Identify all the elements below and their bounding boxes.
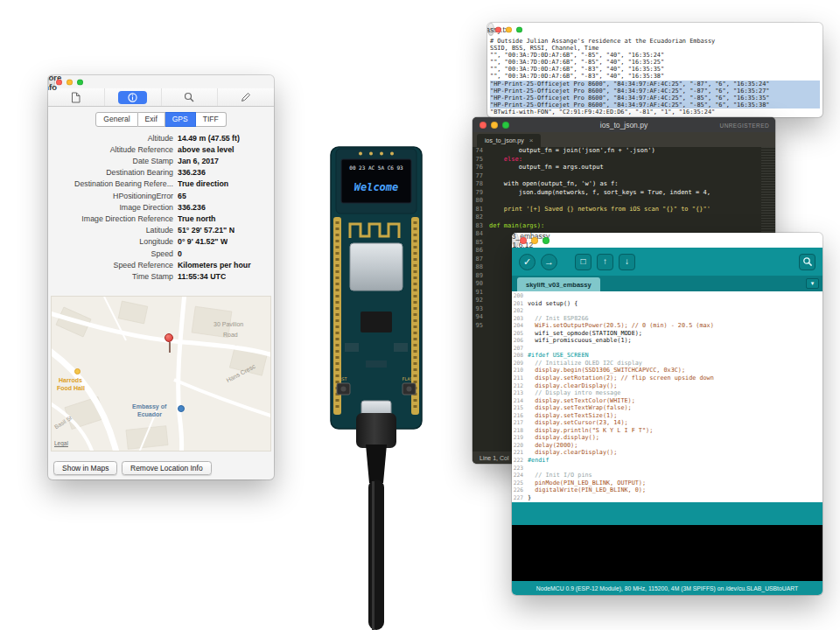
- poi-label-harrods: Food Hall: [57, 385, 85, 392]
- pencil-icon: [241, 92, 251, 102]
- active-tool-highlight: [118, 91, 147, 104]
- oled-mac-text: 00 23 AC 5A C6 93: [349, 164, 403, 171]
- zoom-button[interactable]: [516, 26, 522, 32]
- text-line: "", "00:3A:7D:0D:A7:6B", "-83", "40", "1…: [490, 73, 820, 80]
- rst-label: RST: [339, 376, 346, 382]
- poi-dot-harrods: [74, 368, 80, 374]
- arrow-down-icon: ↓: [625, 257, 629, 266]
- minimize-button[interactable]: [531, 237, 538, 244]
- line-number: 227: [512, 494, 528, 502]
- line-number: 222: [512, 457, 528, 465]
- line-number: 75: [472, 156, 489, 164]
- line-number: 88: [472, 263, 489, 272]
- poi-dot-embassy: [178, 405, 185, 412]
- annotations-pane-button[interactable]: [218, 88, 274, 106]
- field-value: 14.49 m (47.55 ft): [178, 133, 240, 144]
- remove-location-info-button[interactable]: Remove Location Info: [122, 461, 212, 475]
- line-number: 82: [472, 214, 489, 222]
- code-line: 80: [472, 197, 775, 206]
- tab-tiff[interactable]: TIFF: [196, 112, 227, 127]
- titlebar[interactable]: skylift_v03_embassy | Arduino 1.6.12: [512, 233, 519, 248]
- tab-gps[interactable]: GPS: [165, 112, 196, 127]
- file-content[interactable]: # Outside Julian Assange's residence at …: [487, 36, 822, 117]
- line-number: 205: [512, 330, 528, 338]
- code-line: 220 delay(2000);: [512, 442, 822, 450]
- line-number: 94: [472, 313, 489, 322]
- serial-monitor-button[interactable]: [799, 254, 816, 270]
- window-controls: [495, 26, 522, 32]
- line-number: 212: [512, 382, 528, 390]
- titlebar[interactable]: ios_to_json.py UNREGISTERED: [472, 117, 775, 132]
- save-sketch-button[interactable]: ↓: [619, 254, 635, 270]
- line-number: 203: [512, 315, 528, 323]
- text-line: "", "00:3A:7D:0D:A7:6B", "-85", "40", "1…: [490, 59, 820, 66]
- titlebar[interactable]: More Info: [48, 75, 55, 88]
- verify-button[interactable]: ✓: [519, 254, 536, 270]
- close-button[interactable]: [495, 26, 501, 32]
- line-number: 219: [512, 434, 528, 442]
- code-editor[interactable]: 200 201void setup() { 202 203 // Init ES…: [512, 291, 822, 502]
- show-in-maps-button[interactable]: Show in Maps: [53, 461, 117, 475]
- keywords-pane-button[interactable]: [162, 88, 219, 106]
- close-tab-icon[interactable]: ×: [529, 136, 534, 144]
- line-number: 79: [472, 189, 489, 198]
- metadata-row: Latitude 51° 29' 57.21" N: [48, 225, 274, 236]
- close-button[interactable]: [480, 122, 486, 129]
- minimize-button[interactable]: [491, 122, 498, 129]
- line-number: 225: [512, 480, 528, 487]
- chevron-down-icon: ▾: [811, 280, 815, 287]
- code-line: 222#endif: [512, 457, 822, 465]
- field-value: Kilometers per hour: [178, 260, 251, 271]
- minimize-button[interactable]: [66, 79, 73, 85]
- metadata-row: Image Direction Reference True north: [48, 214, 274, 225]
- close-button[interactable]: [520, 237, 527, 244]
- tab-ios-to-json[interactable]: ios_to_json.py ×: [477, 134, 541, 147]
- metadata-row: Time Stamp 11:55:34 UTC: [48, 271, 274, 283]
- tab-skylift-v03-embassy[interactable]: skylift_v03_embassy: [517, 277, 600, 291]
- field-label: HPositioningError: [48, 191, 178, 202]
- field-value: above sea level: [178, 144, 234, 156]
- tab-exif[interactable]: Exif: [138, 112, 165, 127]
- code-line: 207: [512, 345, 822, 353]
- upload-button[interactable]: →: [541, 254, 557, 270]
- street-label: 30 Pavilion: [214, 321, 243, 328]
- zoom-button[interactable]: [542, 237, 550, 244]
- field-value: 11:55:34 UTC: [178, 271, 226, 283]
- close-button[interactable]: [56, 79, 62, 85]
- line-number: 83: [472, 222, 489, 231]
- location-map[interactable]: 30 Pavilion Road Hans Cresc Harrods Food…: [51, 296, 271, 452]
- code-line: 211 display.setRotation(2); // flip scre…: [512, 374, 822, 382]
- minimize-button[interactable]: [506, 26, 512, 32]
- field-label: Date Stamp: [48, 156, 178, 167]
- nodemcu-board-photo: 00 23 AC 5A C6 93 Welcome RST FLASH: [315, 140, 438, 630]
- field-label: Speed Reference: [48, 260, 178, 271]
- code-line: 75 else:: [472, 156, 775, 164]
- zoom-button[interactable]: [77, 79, 83, 85]
- new-sketch-button[interactable]: □: [575, 254, 592, 270]
- line-number: 86: [472, 247, 489, 256]
- info-pane-button[interactable]: [105, 88, 162, 106]
- titlebar[interactable]: embassy.txt: [487, 23, 494, 36]
- code-line: 74 output_fn = join('json',fn + '.json'): [472, 147, 775, 156]
- location-pin[interactable]: [164, 333, 173, 342]
- legal-link[interactable]: Legal: [54, 440, 68, 446]
- code-line: 208#ifdef USE_SCREEN: [512, 352, 822, 360]
- zoom-button[interactable]: [502, 122, 509, 129]
- field-label: Altitude: [48, 133, 178, 144]
- line-number: 78: [472, 180, 489, 189]
- open-sketch-button[interactable]: ↑: [597, 254, 613, 270]
- line-number: 85: [472, 239, 489, 248]
- line-number: 210: [512, 367, 528, 374]
- metadata-row: Altitude Reference above sea level: [48, 144, 274, 156]
- text-line: SSID, BSS, RSSI, Channel, Time: [490, 45, 820, 52]
- tab-menu-button[interactable]: ▾: [806, 278, 819, 289]
- board-illustration: 00 23 AC 5A C6 93 Welcome RST FLASH: [315, 140, 438, 630]
- line-number: 91: [472, 289, 489, 298]
- console-splitter[interactable]: [512, 502, 822, 525]
- cable-strain-relief: [366, 444, 387, 483]
- metadata-row: Speed Reference Kilometers per hour: [48, 260, 274, 271]
- tab-general[interactable]: General: [95, 112, 137, 127]
- code-line: 219 display.display();: [512, 434, 822, 442]
- line-number: 215: [512, 404, 528, 412]
- line-number: 87: [472, 256, 489, 264]
